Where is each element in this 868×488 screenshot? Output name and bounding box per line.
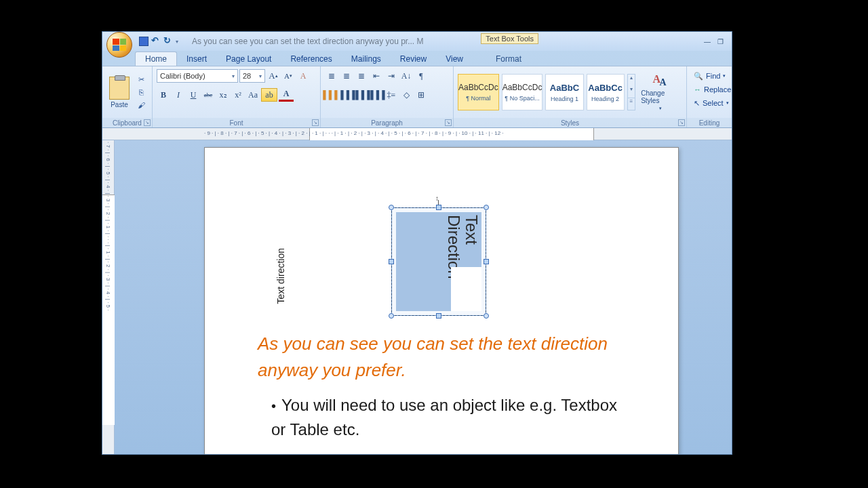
ruler-vertical[interactable]: · 7 · | · 6 · | · 5 · | · 4 · | · 3 · | … [102,140,115,454]
office-button[interactable] [106,32,132,58]
word-window: ↶ ↻ ▾ As you can see you can set the tex… [102,31,732,455]
superscript-button[interactable]: x² [231,88,245,102]
replace-button[interactable]: ↔Replace [691,83,728,96]
shrink-font-button[interactable]: A▾ [281,69,295,83]
borders-button[interactable]: ⊞ [414,88,428,102]
page[interactable]: Text direction Text Direction As you can… [204,147,679,454]
replace-icon: ↔ [694,85,701,94]
tab-review[interactable]: Review [391,52,436,66]
font-color-button[interactable]: A [279,88,294,102]
numbering-button[interactable]: ≣ [340,69,353,83]
paragraph-dialog-launcher[interactable]: ↘ [445,119,452,126]
copy-button[interactable]: ⎘ [135,86,147,98]
resize-handle-tr[interactable] [484,205,489,210]
align-right-button[interactable]: ▐▐▐ [355,88,368,102]
group-clipboard: Paste ✂ ⎘ 🖌 Clipboard ↘ [102,66,153,127]
format-painter-button[interactable]: 🖌 [135,99,147,111]
resize-handle-r[interactable] [484,259,489,264]
tab-insert[interactable]: Insert [177,52,216,66]
bullet-paragraph[interactable]: •You will need to use an object like e.g… [271,393,624,442]
bullets-button[interactable]: ≣ [325,69,338,83]
style-heading-1[interactable]: AaBbCHeading 1 [545,74,583,110]
line-spacing-button[interactable]: ‡≡ [384,88,398,102]
contextual-tab-title: Text Box Tools [481,33,538,44]
document-area[interactable]: · 7 · | · 6 · | · 5 · | · 4 · | · 3 · | … [102,140,732,454]
decrease-indent-button[interactable]: ⇤ [370,69,383,83]
sort-button[interactable]: A↓ [399,69,413,83]
bold-button[interactable]: B [157,88,170,102]
align-left-button[interactable]: ▌▌▌ [325,88,338,102]
text-box-object[interactable]: Text Direction [391,207,486,316]
tab-page-layout[interactable]: Page Layout [216,52,281,66]
show-marks-button[interactable]: ¶ [414,69,428,83]
tab-view[interactable]: View [436,52,473,66]
rotate-handle[interactable] [437,196,441,204]
subscript-button[interactable]: x₂ [216,88,230,102]
resize-handle-br[interactable] [484,313,489,319]
intro-paragraph[interactable]: As you can see you can set the text dire… [258,331,624,384]
undo-icon[interactable]: ↶ [151,37,161,46]
style--no-spaci-[interactable]: AaBbCcDc¶ No Spaci... [502,74,543,110]
multilevel-button[interactable]: ≣ [355,69,368,83]
save-icon[interactable] [139,37,149,46]
select-button[interactable]: ↖Select ▾ [691,96,728,110]
tab-format[interactable]: Format [486,52,531,66]
find-button[interactable]: 🔍Find ▾ [691,69,728,83]
restore-button[interactable]: ❐ [717,38,724,45]
group-font: Calibri (Body)▾ 28▾ A▴ A▾ A B I U abc x₂… [153,66,321,127]
styles-scroll[interactable]: ▴▾≡ [627,74,635,110]
find-icon: 🔍 [694,72,703,81]
style-heading-2[interactable]: AaBbCcHeading 2 [587,74,625,110]
qat-dropdown-icon[interactable]: ▾ [176,39,178,45]
ribbon: Paste ✂ ⎘ 🖌 Clipboard ↘ Calibri (Body)▾ … [102,66,732,128]
tab-references[interactable]: References [281,52,341,66]
font-size-combo[interactable]: 28▾ [239,69,265,83]
document-title: As you can see you can set the text dire… [192,37,424,46]
italic-button[interactable]: I [172,88,185,102]
align-center-button[interactable]: ▐▐▐ [340,88,353,102]
textbox-content[interactable]: Text Direction [443,212,481,311]
select-icon: ↖ [694,99,700,108]
group-label-font: Font [153,118,320,127]
resize-handle-t[interactable] [436,205,441,210]
paste-label: Paste [111,101,128,108]
quick-access-toolbar: ↶ ↻ ▾ [139,37,178,46]
strike-button[interactable]: abc [201,88,215,102]
justify-button[interactable]: ▐▐▐ [370,88,383,102]
group-editing: 🔍Find ▾ ↔Replace ↖Select ▾ Editing [687,66,732,127]
resize-handle-b[interactable] [436,313,441,319]
resize-handle-bl[interactable] [389,313,394,319]
font-name-combo[interactable]: Calibri (Body)▾ [157,69,238,83]
group-label-editing: Editing [687,118,732,127]
ribbon-tabs: Home Insert Page Layout References Maili… [102,51,732,66]
change-styles-button[interactable]: AAChange Styles▾ [638,70,682,115]
style--normal[interactable]: AaBbCcDc¶ Normal [458,74,499,110]
tab-mailings[interactable]: Mailings [342,52,391,66]
sideways-text[interactable]: Text direction [275,248,286,304]
change-case-button[interactable]: Aa [246,88,260,102]
tab-home[interactable]: Home [135,52,177,66]
resize-handle-tl[interactable] [389,205,394,210]
increase-indent-button[interactable]: ⇥ [384,69,398,83]
minimize-button[interactable]: — [704,38,711,45]
group-label-styles: Styles [454,118,686,127]
underline-button[interactable]: U [186,88,200,102]
clipboard-icon [109,77,130,100]
ruler-horizontal[interactable]: · 9 · | · 8 · | · 7 · | · 6 · | · 5 · | … [102,128,732,140]
highlight-button[interactable]: ab [261,88,277,102]
resize-handle-l[interactable] [389,259,394,264]
clipboard-dialog-launcher[interactable]: ↘ [144,119,151,126]
redo-icon[interactable]: ↻ [163,37,173,46]
grow-font-button[interactable]: A▴ [267,69,280,83]
group-paragraph: ≣ ≣ ≣ ⇤ ⇥ A↓ ¶ ▌▌▌ ▐▐▐ ▐▐▐ ▐▐▐ ‡≡ ◇ ⊞ [321,66,454,127]
title-bar: ↶ ↻ ▾ As you can see you can set the tex… [102,32,732,51]
paste-button[interactable]: Paste [106,70,132,115]
window-controls: — ❐ [704,38,729,45]
group-label-paragraph: Paragraph [321,118,453,127]
cut-button[interactable]: ✂ [135,73,147,85]
shading-button[interactable]: ◇ [399,88,413,102]
font-dialog-launcher[interactable]: ↘ [312,119,319,126]
styles-dialog-launcher[interactable]: ↘ [678,119,685,126]
clear-format-button[interactable]: A [296,69,310,83]
group-styles: AaBbCcDc¶ NormalAaBbCcDc¶ No Spaci...AaB… [454,66,687,127]
